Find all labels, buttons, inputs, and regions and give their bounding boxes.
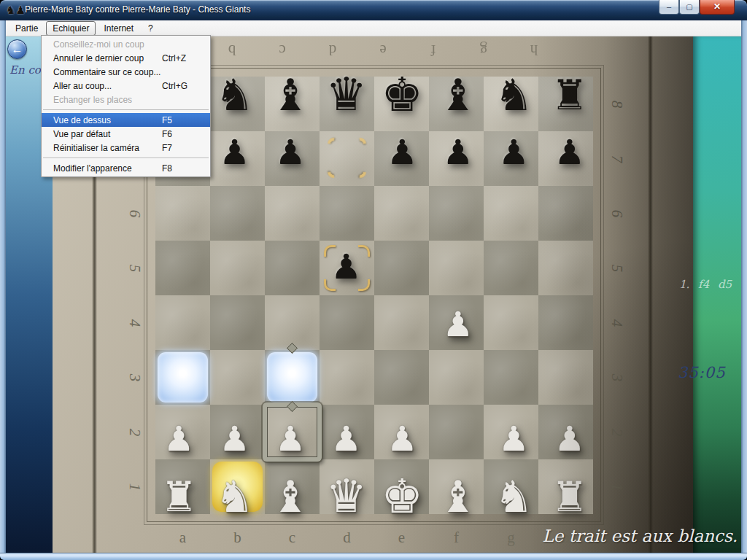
piece-black-knight-b8[interactable]: ♞ bbox=[207, 67, 262, 122]
menubar-item-echiquier[interactable]: Echiquier bbox=[46, 21, 96, 36]
back-arrow-button[interactable]: ← bbox=[7, 39, 27, 59]
square-h6[interactable] bbox=[538, 186, 593, 241]
piece-black-knight-g8[interactable]: ♞ bbox=[487, 67, 541, 122]
square-g5[interactable] bbox=[484, 241, 538, 295]
piece-black-pawn-h7[interactable]: ♟ bbox=[542, 125, 597, 179]
menu-item-vue-par-d-faut[interactable]: Vue par défautF6 bbox=[42, 127, 210, 141]
piece-black-queen-d8[interactable]: ♛ bbox=[319, 67, 374, 122]
menubar-item-internet[interactable]: Internet bbox=[97, 21, 140, 36]
background-right-strip bbox=[693, 36, 741, 553]
file-label-top-g: g bbox=[476, 41, 492, 60]
piece-white-pawn-h2[interactable]: ♟ bbox=[542, 411, 597, 466]
menubar: PartieEchiquierInternet? bbox=[6, 20, 741, 36]
piece-black-pawn-f7[interactable]: ♟ bbox=[430, 125, 485, 179]
piece-white-knight-g1[interactable]: ♞ bbox=[487, 469, 541, 524]
menu-item-aller-au-coup[interactable]: Aller au coup...Ctrl+G bbox=[42, 79, 210, 93]
square-g3[interactable] bbox=[484, 350, 538, 405]
piece-black-pawn-e7[interactable]: ♟ bbox=[375, 125, 430, 179]
square-b6[interactable] bbox=[210, 186, 265, 241]
square-a6[interactable] bbox=[155, 186, 210, 241]
rank-label-right-8: 8 bbox=[608, 96, 627, 112]
file-label-bottom-f: f bbox=[449, 528, 465, 547]
piece-white-knight-b1[interactable]: ♞ bbox=[207, 469, 262, 524]
square-e6[interactable] bbox=[374, 186, 429, 241]
menu-item-annuler-le-dernier-coup[interactable]: Annuler le dernier coupCtrl+Z bbox=[42, 51, 210, 65]
square-d6[interactable] bbox=[320, 186, 374, 241]
close-button[interactable]: ✕ bbox=[700, 0, 735, 15]
menu-item-echanger-les-places[interactable]: Echanger les places bbox=[42, 93, 210, 106]
menubar-item-?[interactable]: ? bbox=[142, 21, 160, 36]
piece-black-pawn-c7[interactable]: ♟ bbox=[263, 125, 318, 179]
square-f3[interactable] bbox=[429, 350, 484, 405]
square-c5[interactable] bbox=[265, 241, 320, 295]
chess-board[interactable]: ♜♞♝♛♚♝♞♜♟♟♟♟♟♟♟♟♟♟♟♟♟♟♟♟♜♞♝♛♚♝♞♜ bbox=[155, 77, 593, 514]
file-label-top-c: c bbox=[274, 41, 290, 60]
window-border-right bbox=[741, 20, 747, 553]
square-a5[interactable] bbox=[155, 241, 210, 295]
piece-white-pawn-g2[interactable]: ♟ bbox=[487, 411, 541, 466]
menu-item-modifier-l-apparence[interactable]: Modifier l'apparenceF8 bbox=[42, 161, 210, 175]
menu-item-r-initialiser-la-cam-ra[interactable]: Réinitialiser la caméraF7 bbox=[42, 141, 210, 155]
piece-black-pawn-b7[interactable]: ♟ bbox=[207, 125, 262, 179]
square-e4[interactable] bbox=[374, 295, 429, 350]
menu-item-shortcut: Ctrl+G bbox=[162, 81, 200, 91]
move-origin-marker bbox=[352, 163, 369, 181]
app-window: ♞♟ Pierre-Marie Baty contre Pierre-Marie… bbox=[0, 0, 747, 560]
square-f5[interactable] bbox=[429, 241, 484, 295]
square-e3[interactable] bbox=[374, 350, 429, 405]
piece-white-pawn-b2[interactable]: ♟ bbox=[207, 411, 262, 466]
square-c6[interactable] bbox=[265, 186, 320, 241]
square-g6[interactable] bbox=[484, 186, 538, 241]
menu-item-vue-de-dessus[interactable]: Vue de dessusF5 bbox=[42, 113, 210, 127]
square-f2[interactable] bbox=[429, 405, 484, 459]
piece-black-bishop-c8[interactable]: ♝ bbox=[263, 67, 318, 122]
piece-white-pawn-e2[interactable]: ♟ bbox=[375, 411, 430, 466]
piece-white-pawn-c2[interactable]: ♟ bbox=[263, 411, 318, 466]
square-a4[interactable] bbox=[155, 295, 210, 350]
square-d3[interactable] bbox=[320, 350, 374, 405]
menu-item-conseillez-moi-un-coup[interactable]: Conseillez-moi un coup bbox=[42, 37, 210, 51]
piece-black-bishop-f8[interactable]: ♝ bbox=[430, 67, 485, 122]
file-label-bottom-e: e bbox=[394, 528, 410, 547]
piece-white-bishop-f1[interactable]: ♝ bbox=[430, 469, 485, 524]
piece-black-king-e8[interactable]: ♚ bbox=[375, 67, 430, 122]
piece-white-pawn-d2[interactable]: ♟ bbox=[319, 411, 374, 466]
rank-label-left-5: 5 bbox=[125, 260, 144, 276]
piece-white-rook-a1[interactable]: ♜ bbox=[152, 469, 206, 524]
menubar-item-partie[interactable]: Partie bbox=[9, 21, 44, 36]
square-b3[interactable] bbox=[210, 350, 265, 405]
piece-white-pawn-f4[interactable]: ♟ bbox=[430, 297, 485, 351]
square-d4[interactable] bbox=[320, 295, 374, 350]
move-list-text: 1. f4 d5 bbox=[679, 278, 732, 291]
app-icon: ♞♟ bbox=[6, 3, 22, 18]
square-b4[interactable] bbox=[210, 295, 265, 350]
rank-label-right-5: 5 bbox=[608, 260, 627, 276]
menu-item-commentaire-sur-ce-coup[interactable]: Commentaire sur ce coup... bbox=[42, 65, 210, 79]
piece-black-rook-h8[interactable]: ♜ bbox=[542, 67, 597, 122]
square-h4[interactable] bbox=[538, 295, 593, 350]
square-h3[interactable] bbox=[538, 350, 593, 405]
rank-label-right-1: 1 bbox=[608, 479, 627, 495]
file-label-bottom-g: g bbox=[503, 528, 519, 547]
square-e5[interactable] bbox=[374, 241, 429, 295]
piece-white-pawn-a2[interactable]: ♟ bbox=[152, 411, 206, 466]
menu-item-shortcut: F5 bbox=[162, 115, 200, 125]
maximize-button[interactable]: ▢ bbox=[679, 0, 700, 15]
window-border-bottom bbox=[0, 553, 747, 560]
piece-white-bishop-c1[interactable]: ♝ bbox=[263, 469, 318, 524]
menu-item-label: Annuler le dernier coup bbox=[53, 53, 162, 63]
piece-white-rook-h1[interactable]: ♜ bbox=[542, 469, 597, 524]
piece-white-king-e1[interactable]: ♚ bbox=[375, 469, 430, 524]
minimize-button[interactable]: – bbox=[659, 0, 679, 15]
piece-black-pawn-g7[interactable]: ♟ bbox=[487, 125, 541, 179]
titlebar[interactable]: ♞♟ Pierre-Marie Baty contre Pierre-Marie… bbox=[0, 0, 747, 20]
square-h5[interactable] bbox=[538, 241, 593, 295]
piece-white-queen-d1[interactable]: ♛ bbox=[319, 469, 374, 524]
rank-label-right-4: 4 bbox=[608, 315, 627, 331]
square-b5[interactable] bbox=[210, 241, 265, 295]
piece-black-pawn-d5[interactable]: ♟ bbox=[319, 239, 374, 294]
move-origin-marker bbox=[352, 136, 369, 153]
square-f6[interactable] bbox=[429, 186, 484, 241]
square-g4[interactable] bbox=[484, 295, 538, 350]
menu-item-label: Echanger les places bbox=[53, 95, 162, 105]
